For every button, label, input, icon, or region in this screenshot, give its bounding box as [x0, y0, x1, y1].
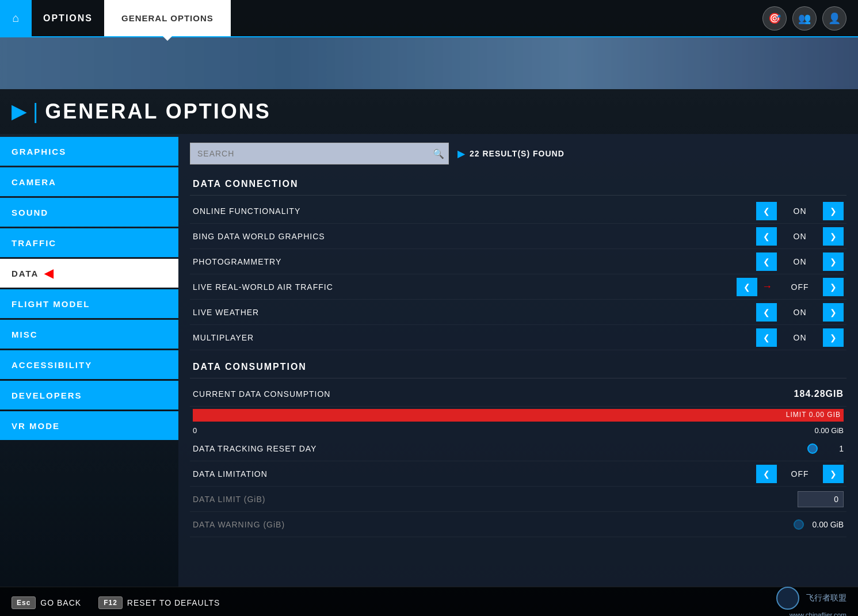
sidebar-label-misc: MISC	[12, 330, 38, 339]
data-connection-section-header: DATA CONNECTION	[190, 173, 846, 196]
go-back-label: GO BACK	[40, 598, 81, 607]
online-functionality-controls: ❮ ON ❯	[756, 202, 844, 220]
data-limitation-label: DATA LIMITATION	[193, 469, 756, 479]
sidebar-label-developers: DEVELOPERS	[12, 391, 82, 400]
live-weather-right-btn[interactable]: ❯	[823, 303, 844, 322]
multiplayer-left-btn[interactable]: ❮	[756, 328, 777, 347]
search-results: ▶ 22 RESULT(S) FOUND	[457, 148, 565, 159]
bing-data-controls: ❮ ON ❯	[756, 227, 844, 246]
data-limit-label: DATA LIMIT (GiB)	[193, 495, 798, 504]
multiplayer-right-btn[interactable]: ❯	[823, 328, 844, 347]
search-input-wrapper: 🔍	[190, 143, 449, 164]
bing-data-right-btn[interactable]: ❯	[823, 227, 844, 246]
data-limitation-value: OFF	[777, 469, 823, 479]
sidebar-item-misc[interactable]: MISC	[0, 320, 178, 349]
sidebar-data-arrow: ◀	[44, 266, 54, 280]
home-button[interactable]: ⌂	[0, 0, 32, 36]
search-results-text: 22 RESULT(S) FOUND	[470, 149, 565, 158]
sidebar-label-vr-mode: VR MODE	[12, 421, 60, 431]
page-title-divider: |	[33, 100, 38, 124]
general-options-tab-label: GENERAL OPTIONS	[121, 13, 213, 23]
settings-row-bing-data: BING DATA WORLD GRAPHICS ❮ ON ❯	[190, 224, 846, 249]
online-functionality-right-btn[interactable]: ❯	[823, 202, 844, 220]
page-title: GENERAL OPTIONS	[45, 100, 270, 124]
general-options-tab[interactable]: GENERAL OPTIONS	[104, 0, 231, 36]
data-limitation-left-btn[interactable]: ❮	[756, 465, 777, 483]
live-weather-label: LIVE WEATHER	[193, 308, 756, 317]
sidebar-item-flight-model[interactable]: FLIGHT MODEL	[0, 289, 178, 318]
right-panel: 🔍 ▶ 22 RESULT(S) FOUND DATA CONNECTION O…	[178, 134, 858, 587]
top-nav-bar: ⌂ OPTIONS GENERAL OPTIONS 🎯 👥 👤	[0, 0, 858, 37]
current-data-label: CURRENT DATA CONSUMPTION	[193, 389, 794, 399]
data-tracking-reset-day-row: DATA TRACKING RESET DAY 1	[190, 436, 846, 461]
top-nav-icons: 🎯 👥 👤	[762, 0, 858, 36]
live-air-traffic-value: OFF	[777, 282, 823, 292]
options-label: OPTIONS	[43, 13, 93, 24]
page-title-bar: ▶ | GENERAL OPTIONS	[0, 89, 858, 134]
photogrammetry-right-btn[interactable]: ❯	[823, 252, 844, 271]
live-air-traffic-label: LIVE REAL-WORLD AIR TRAFFIC	[193, 282, 737, 292]
live-weather-value: ON	[777, 308, 823, 317]
current-data-consumption-row: CURRENT DATA CONSUMPTION 184.28GIB	[190, 381, 846, 407]
sidebar-item-accessibility[interactable]: ACCESSIBILITY	[0, 350, 178, 379]
reset-day-slider-handle[interactable]	[807, 443, 818, 454]
home-icon: ⌂	[12, 12, 19, 25]
live-air-traffic-right-btn[interactable]: ❯	[823, 278, 844, 296]
reset-defaults-button[interactable]: F12 RESET TO DEFAULTS	[98, 596, 220, 609]
data-warning-label: DATA WARNING (GiB)	[193, 520, 794, 529]
settings-row-live-air-traffic: LIVE REAL-WORLD AIR TRAFFIC ❮ → OFF ❯	[190, 274, 846, 300]
target-icon-button[interactable]: 🎯	[762, 6, 787, 30]
bing-data-value: ON	[777, 232, 823, 241]
sidebar-item-vr-mode[interactable]: VR MODE	[0, 411, 178, 440]
sidebar-label-flight-model: FLIGHT MODEL	[12, 299, 90, 309]
bottom-logo: 飞行者联盟www.chinaflier.com	[776, 587, 846, 616]
profile-icon-button[interactable]: 👤	[822, 6, 846, 30]
photogrammetry-left-btn[interactable]: ❮	[756, 252, 777, 271]
background-strip	[0, 37, 858, 89]
sidebar: GRAPHICS CAMERA SOUND TRAFFIC DATA ◀ FLI…	[0, 134, 178, 587]
progress-range-min: 0	[193, 426, 197, 435]
reset-day-label: DATA TRACKING RESET DAY	[193, 444, 807, 453]
sidebar-item-camera[interactable]: CAMERA	[0, 167, 178, 196]
multiplayer-controls: ❮ ON ❯	[756, 328, 844, 347]
sidebar-item-data[interactable]: DATA ◀	[0, 259, 178, 288]
go-back-button[interactable]: Esc GO BACK	[12, 596, 81, 609]
sidebar-item-graphics[interactable]: GRAPHICS	[0, 137, 178, 166]
multiplayer-value: ON	[777, 333, 823, 342]
options-nav-item[interactable]: OPTIONS	[32, 0, 104, 36]
live-weather-controls: ❮ ON ❯	[756, 303, 844, 322]
progress-bar-fill	[193, 409, 844, 422]
esc-key-badge: Esc	[12, 596, 36, 609]
multiplayer-label: MULTIPLAYER	[193, 333, 756, 342]
settings-row-live-weather: LIVE WEATHER ❮ ON ❯	[190, 300, 846, 325]
users-icon-button[interactable]: 👥	[792, 6, 817, 30]
settings-row-multiplayer: MULTIPLAYER ❮ ON ❯	[190, 325, 846, 350]
sidebar-label-data: DATA	[12, 269, 39, 278]
photogrammetry-value: ON	[777, 257, 823, 266]
live-air-traffic-left-btn[interactable]: ❮	[737, 278, 757, 296]
sidebar-label-traffic: TRAFFIC	[12, 238, 56, 248]
data-consumption-section-header: DATA CONSUMPTION	[190, 356, 846, 378]
photogrammetry-controls: ❮ ON ❯	[756, 252, 844, 271]
data-limit-input[interactable]	[798, 491, 844, 507]
search-input[interactable]	[190, 143, 449, 164]
main-content: GRAPHICS CAMERA SOUND TRAFFIC DATA ◀ FLI…	[0, 134, 858, 587]
users-icon: 👥	[798, 12, 811, 25]
live-weather-left-btn[interactable]: ❮	[756, 303, 777, 322]
data-limitation-right-btn[interactable]: ❯	[823, 465, 844, 483]
online-functionality-left-btn[interactable]: ❮	[756, 202, 777, 220]
reset-day-value: 1	[826, 444, 844, 453]
sidebar-item-traffic[interactable]: TRAFFIC	[0, 228, 178, 257]
sidebar-item-developers[interactable]: DEVELOPERS	[0, 381, 178, 410]
bing-data-left-btn[interactable]: ❮	[756, 227, 777, 246]
data-warning-slider-handle[interactable]	[794, 519, 804, 530]
current-data-value: 184.28GIB	[794, 389, 844, 399]
profile-icon: 👤	[828, 12, 841, 25]
sidebar-item-sound[interactable]: SOUND	[0, 198, 178, 227]
settings-row-online-functionality: ONLINE FUNCTIONALITY ❮ ON ❯	[190, 198, 846, 224]
search-icon[interactable]: 🔍	[433, 148, 444, 159]
progress-range: 0 0.00 GiB	[190, 425, 846, 436]
data-limit-row: DATA LIMIT (GiB)	[190, 487, 846, 512]
reset-defaults-label: RESET TO DEFAULTS	[127, 598, 220, 607]
data-progress-bar: LIMIT 0.00 GIB	[193, 409, 844, 423]
